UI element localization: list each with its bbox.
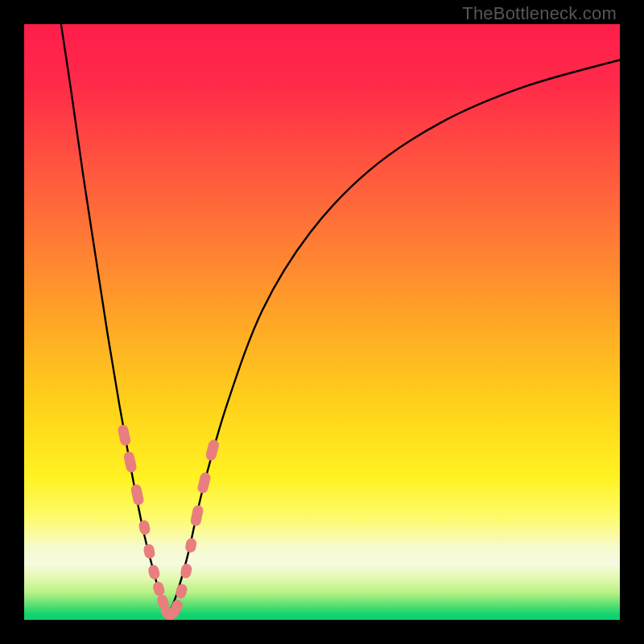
bead-marker [138,519,151,535]
plot-area [24,24,620,620]
bead-marker [204,439,220,461]
bead-marker [190,504,204,526]
bead-marker [184,537,197,553]
curves-layer [24,24,620,620]
bead-marker [147,564,161,580]
watermark-text: TheBottleneck.com [462,3,617,24]
left-branch-curve [61,24,167,617]
bead-marker [117,423,131,446]
bead-marker [130,484,144,506]
marker-group [117,423,220,620]
outer-frame: TheBottleneck.com [0,0,644,644]
bead-marker [196,472,212,494]
bead-marker [142,543,155,559]
bead-marker [123,451,138,473]
right-branch-curve [167,60,620,617]
bead-marker [151,580,166,597]
